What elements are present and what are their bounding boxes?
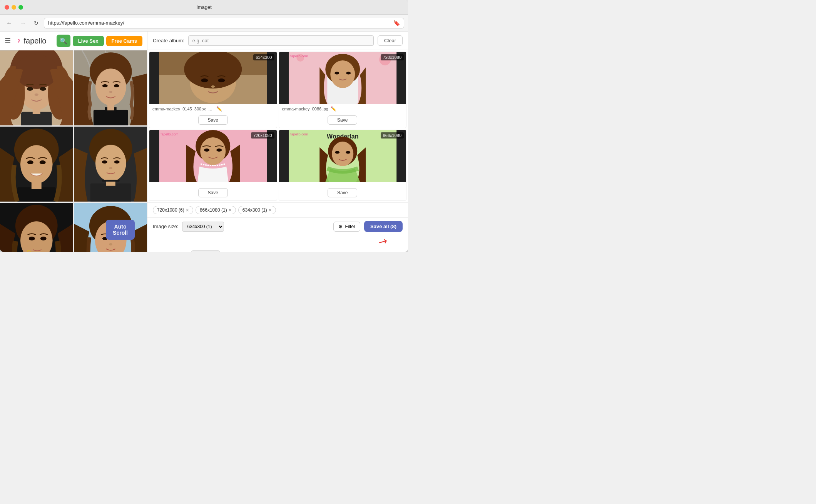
album-label: Create album: (153, 38, 184, 43)
clear-button[interactable]: Clear (378, 35, 403, 46)
arrow-annotation: ↗ (147, 235, 408, 248)
svg-point-67 (330, 60, 355, 88)
close-button[interactable] (5, 5, 9, 10)
svg-point-20 (109, 91, 112, 93)
size-badge-1: 634x300 (253, 54, 274, 60)
tag-634x300: 634x300 (1) × (238, 206, 276, 214)
grid-photo-1 (0, 50, 73, 125)
svg-point-25 (40, 160, 46, 164)
refresh-button[interactable]: ↻ (32, 18, 41, 28)
panel-img-info-1: emma-mackey_0145_300px_3.jp ✏️ (149, 104, 277, 114)
content-area: ☰ ♀ fapello 🔍 Live Sex Free Cams (0, 32, 408, 252)
hamburger-icon[interactable]: ☰ (5, 37, 11, 45)
grid-image-5[interactable] (0, 203, 73, 252)
svg-point-7 (40, 87, 46, 91)
panel-images-grid: 634x300 emma-mackey_0145_300px_3.jp ✏️ S… (147, 50, 408, 202)
edit-icon-2[interactable]: ✏️ (331, 106, 336, 112)
size-badge-3: 720x1080 (251, 132, 274, 139)
save-all-button[interactable]: Save all (8) (364, 221, 403, 232)
svg-point-79 (216, 149, 222, 152)
panel-image-thumb-1[interactable]: 634x300 (149, 52, 277, 104)
filter-label: Filter (345, 224, 355, 229)
svg-text:fapello.com: fapello.com (161, 132, 178, 136)
live-sex-button[interactable]: Live Sex (73, 36, 104, 46)
maximize-button[interactable] (18, 5, 23, 10)
panel-image-thumb-4[interactable]: fapello.com Wonderlan (279, 130, 406, 182)
red-arrow-icon: ↗ (376, 234, 390, 249)
imaget-panel: Create album: Clear (147, 32, 408, 252)
save-button-1[interactable]: Save (198, 115, 228, 125)
panel-img-info-3 (149, 182, 277, 187)
svg-point-35 (114, 160, 119, 164)
tag-filters: 720x1080 (6) × 866x1080 (1) × 634x300 (1… (147, 202, 408, 217)
addressbar: ← → ↻ https://fapello.com/emma-mackey/ 🔖 (0, 15, 408, 32)
svg-point-45 (40, 237, 47, 240)
svg-point-18 (102, 84, 107, 87)
search-button[interactable]: 🔍 (57, 35, 70, 47)
svg-point-61 (218, 78, 225, 82)
tag-label-866: 866x1080 (1) (200, 207, 227, 213)
grid-photo-5 (0, 203, 73, 252)
titlebar: Imaget (0, 0, 408, 15)
controls-row: Image size: 634x300 (1)720x1080 (6)866x1… (147, 217, 408, 235)
svg-point-30 (95, 145, 126, 182)
tag-remove-866[interactable]: × (229, 207, 232, 213)
url-text: https://fapello.com/emma-mackey/ (48, 20, 124, 26)
traffic-lights (5, 5, 23, 10)
minimize-button[interactable] (12, 5, 16, 10)
svg-point-34 (102, 160, 107, 164)
save-button-3[interactable]: Save (198, 188, 228, 197)
format-select[interactable]: PNG JPG WEBP (191, 250, 220, 252)
save-button-2[interactable]: Save (328, 115, 357, 125)
image-grid: Auto Scroll (0, 50, 147, 252)
svg-rect-26 (17, 187, 56, 202)
panel-img-info-4 (279, 182, 406, 187)
panel-img-info-2: emma-mackey_0086.jpg ✏️ (279, 104, 406, 114)
grid-photo-2 (74, 50, 147, 125)
back-button[interactable]: ← (4, 18, 15, 28)
panel-image-thumb-3[interactable]: fapello.com (149, 130, 277, 182)
grid-image-4[interactable] (74, 127, 147, 202)
panel-image-card-1: 634x300 emma-mackey_0145_300px_3.jp ✏️ S… (149, 52, 277, 128)
svg-point-6 (27, 87, 33, 91)
free-cams-button[interactable]: Free Cams (106, 36, 142, 46)
auto-scroll-button[interactable]: Auto Scroll (106, 220, 135, 240)
panel-image-thumb-2[interactable]: fapello.com 720x1080 (279, 52, 406, 104)
svg-text:fapello.com: fapello.com (290, 54, 308, 58)
panel-image-card-2: fapello.com 720x1080 emma-mackey_0086.jp… (279, 52, 407, 128)
image-size-label: Image size: (153, 224, 178, 229)
tag-remove-634[interactable]: × (269, 207, 272, 213)
tag-866x1080: 866x1080 (1) × (196, 206, 236, 214)
save-button-4[interactable]: Save (328, 188, 357, 197)
tag-remove-720[interactable]: × (186, 207, 189, 213)
svg-rect-31 (90, 184, 131, 202)
grid-photo-3 (0, 127, 73, 202)
bookmark-icon[interactable]: 🔖 (393, 20, 400, 26)
svg-text:fapello.com: fapello.com (290, 132, 308, 136)
panel-header: Create album: Clear (147, 32, 408, 50)
svg-point-44 (29, 237, 35, 240)
svg-point-24 (27, 160, 33, 164)
svg-point-54 (109, 243, 112, 245)
app-window: Imaget ← → ↻ https://fapello.com/emma-ma… (0, 0, 408, 252)
svg-rect-33 (102, 180, 119, 182)
filter-button[interactable]: ⚙ Filter (333, 222, 360, 232)
album-input[interactable] (188, 35, 374, 46)
size-badge-2: 720x1080 (381, 54, 404, 60)
size-badge-4: 866x1080 (381, 132, 404, 139)
grid-image-3[interactable] (0, 127, 73, 202)
logo-text: fapello (24, 37, 47, 45)
svg-rect-27 (32, 182, 42, 189)
fapello-header: ☰ ♀ fapello 🔍 Live Sex Free Cams (0, 32, 147, 50)
forward-button[interactable]: → (18, 18, 28, 28)
svg-point-8 (35, 93, 38, 96)
image-size-select[interactable]: 634x300 (1)720x1080 (6)866x1080 (1) (182, 222, 224, 232)
grid-photo-4 (74, 127, 147, 202)
grid-image-2[interactable] (74, 50, 147, 125)
edit-icon-1[interactable]: ✏️ (216, 106, 222, 112)
tag-label-634: 634x300 (1) (242, 207, 267, 213)
tag-label-720: 720x1080 (6) (157, 207, 184, 213)
svg-point-14 (95, 68, 126, 105)
grid-image-1[interactable] (0, 50, 73, 125)
url-bar[interactable]: https://fapello.com/emma-mackey/ 🔖 (44, 18, 404, 28)
